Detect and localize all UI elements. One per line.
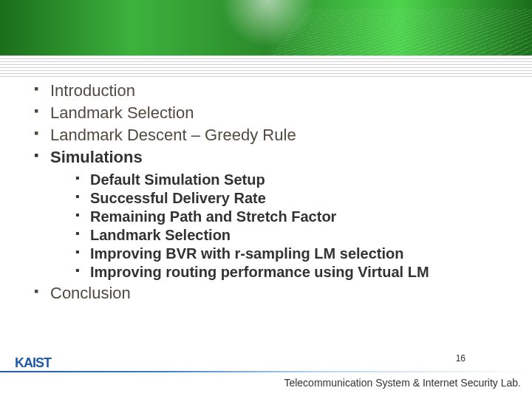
outline-item-label: Introduction: [50, 81, 135, 100]
footer-lab: Telecommunication System & Internet Secu…: [284, 377, 521, 389]
outline-item-label: Landmark Selection: [50, 103, 194, 122]
outline-item-label: Conclusion: [50, 284, 131, 302]
footer-logo: KAIST: [15, 355, 51, 371]
outline-subitem-label: Remaining Path and Stretch Factor: [90, 208, 336, 225]
outline-item-label: Simulations: [50, 148, 143, 166]
outline-subitem-label: Improving routing performance using Virt…: [90, 264, 429, 280]
outline-subitem-label: Successful Delivery Rate: [90, 190, 266, 206]
outline-subitem-label: Landmark Selection: [90, 227, 231, 243]
outline-item: Introduction: [30, 81, 502, 100]
outline-subitem-label: Improving BVR with r-sampling LM selecti…: [90, 245, 403, 262]
outline-subitem: Improving BVR with r-sampling LM selecti…: [72, 245, 502, 262]
outline-item: Landmark Selection: [30, 103, 502, 123]
outline-subitem: Landmark Selection: [72, 227, 502, 244]
outline-subitem: Remaining Path and Stretch Factor: [72, 208, 502, 225]
outline-item-current: Simulations Default Simulation Setup Suc…: [30, 148, 502, 281]
slide-content: Introduction Landmark Selection Landmark…: [0, 78, 532, 303]
outline-item-label: Landmark Descent – Greedy Rule: [50, 126, 296, 144]
outline-sublist: Default Simulation Setup Successful Deli…: [72, 171, 502, 281]
outline-list: Introduction Landmark Selection Landmark…: [30, 81, 502, 303]
footer-divider: [0, 371, 532, 372]
outline-subitem: Improving routing performance using Virt…: [72, 264, 502, 281]
page-number: 16: [456, 353, 466, 364]
header-light: [213, 0, 324, 55]
outline-subitem: Successful Delivery Rate: [72, 190, 502, 207]
outline-item: Landmark Descent – Greedy Rule: [30, 126, 502, 145]
outline-item: Conclusion: [30, 284, 502, 303]
outline-subitem-label: Default Simulation Setup: [90, 171, 265, 188]
header-banner: [0, 0, 532, 55]
outline-subitem: Default Simulation Setup: [72, 171, 502, 188]
header-stripes: [0, 55, 532, 78]
